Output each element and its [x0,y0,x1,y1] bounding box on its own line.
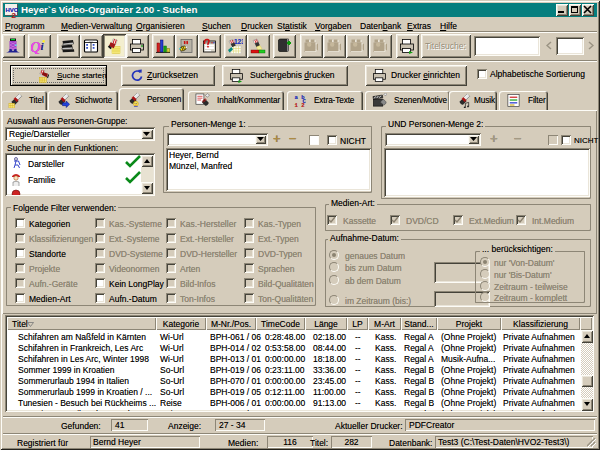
svg-text:123: 123 [234,38,243,45]
svg-text:Q: Q [31,39,41,55]
svg-text:2: 2 [12,11,17,19]
svg-text:C: C [302,98,306,105]
